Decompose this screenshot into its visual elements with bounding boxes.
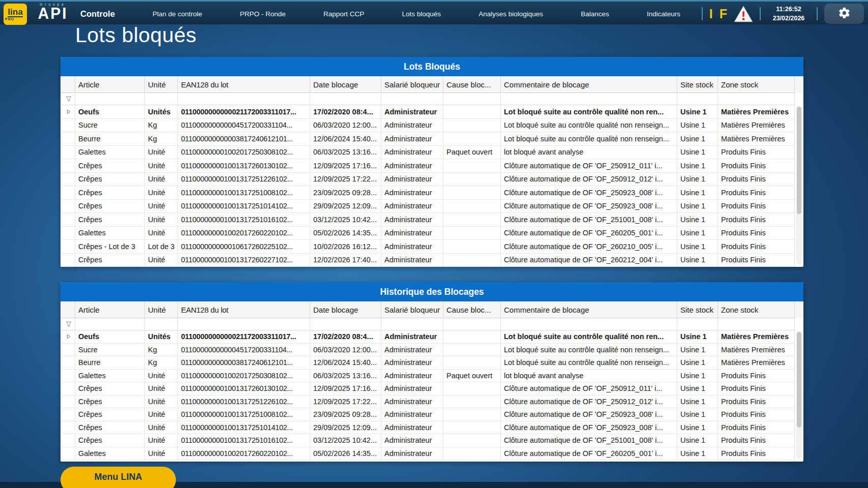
column-header-site[interactable]: Site stock	[677, 76, 718, 93]
warning-icon[interactable]	[734, 6, 753, 22]
cell-zone: Matières Premières	[718, 344, 795, 357]
table-row[interactable]: OeufsUnités0110000000000021172003311017.…	[61, 105, 803, 119]
table-filter-row	[61, 318, 803, 330]
cell-site: Usine 1	[677, 105, 718, 119]
column-header-cause[interactable]: Cause bloc...	[443, 301, 501, 318]
filter-cell-unite[interactable]	[145, 93, 178, 105]
cell-ean: 011000000001001317251226102...	[178, 395, 310, 409]
filter-cell-ean[interactable]	[178, 93, 310, 105]
column-header-zone[interactable]: Zone stock	[718, 76, 795, 93]
nav-item-plan-de-controle[interactable]: Plan de controle	[153, 10, 202, 18]
vertical-scrollbar[interactable]	[796, 331, 802, 459]
column-header-article[interactable]: Article	[75, 76, 145, 93]
nav-item-controle[interactable]: Controle	[80, 9, 115, 19]
menu-lina-button[interactable]: Menu LINA	[61, 467, 176, 488]
column-header-zone[interactable]: Zone stock	[718, 301, 795, 318]
cell-unite: Unité	[145, 382, 178, 395]
table-row[interactable]: CrêpesUnité011000000001001317251008102..…	[61, 408, 803, 421]
filter-cell-cause[interactable]	[443, 93, 501, 105]
cell-cause	[443, 173, 501, 187]
table-row[interactable]: Crêpes - Lot de 3Lot de 3011000000000010…	[61, 460, 803, 462]
table-row[interactable]: BeurreKg011000000000003817240612101...12…	[61, 356, 803, 370]
column-header-ean[interactable]: EAN128 du lot	[178, 301, 310, 318]
cell-cause: Paquet ouvert	[443, 146, 501, 160]
scrollbar-thumb[interactable]	[797, 332, 801, 428]
column-header-ean[interactable]: EAN128 du lot	[178, 76, 310, 93]
table-row[interactable]: Crêpes - Lot de 3Lot de 3011000000000010…	[61, 240, 803, 254]
filter-cell-site[interactable]	[677, 318, 718, 330]
nav-item-balances[interactable]: Balances	[581, 10, 609, 18]
column-header-cause[interactable]: Cause bloc...	[443, 76, 501, 93]
column-header-salarie[interactable]: Salarié bloqueur	[381, 301, 443, 318]
table-row[interactable]: GalettesUnité011000000001002017250308102…	[61, 146, 803, 160]
nav-item-analyses-biologiques[interactable]: Analyses biologiques	[478, 10, 543, 18]
column-header-article[interactable]: Article	[75, 301, 145, 318]
table-row[interactable]: CrêpesUnité011000000001001317251226102..…	[61, 173, 803, 187]
filter-cell-article[interactable]	[75, 93, 145, 105]
expander-icon[interactable]	[66, 109, 71, 114]
table-row[interactable]: GalettesUnité011000000001002017260220102…	[61, 447, 803, 461]
cell-date: 10/02/2026 16:12...	[310, 460, 381, 462]
column-header-commentaire[interactable]: Commentaire de blocage	[501, 76, 677, 93]
column-header-commentaire[interactable]: Commentaire de blocage	[501, 301, 677, 318]
filter-cell-unite[interactable]	[145, 318, 178, 330]
filter-cell-date[interactable]	[310, 318, 381, 330]
cell-salarie: Administrateur	[381, 447, 443, 461]
cell-cause	[443, 186, 501, 200]
expander-icon[interactable]	[66, 334, 71, 339]
column-header-date[interactable]: Date blocage	[310, 76, 381, 93]
table-row[interactable]: CrêpesUnité011000000001001317251016102..…	[61, 213, 803, 227]
nav-item-indicateurs[interactable]: Indicateurs	[647, 10, 680, 18]
table-row[interactable]: SucreKg011000000000004517200331104...06/…	[61, 344, 803, 357]
table-row[interactable]: SucreKg011000000000004517200331104...06/…	[61, 119, 803, 133]
filter-cell-cause[interactable]	[443, 318, 501, 330]
menu-lina-label: Menu LINA	[95, 472, 142, 482]
cell-article: Crêpes	[75, 421, 145, 435]
filter-cell-commentaire[interactable]	[501, 93, 677, 105]
groupe-api-logo: Groupe API	[33, 3, 73, 21]
table-row[interactable]: CrêpesUnité011000000001001317251008102..…	[61, 186, 803, 200]
table-row[interactable]: GalettesUnité011000000001002017250308102…	[61, 370, 803, 383]
filter-cell-ean[interactable]	[178, 318, 310, 330]
table-row[interactable]: CrêpesUnité011000000001001317251014102..…	[61, 200, 803, 214]
filter-cell-salarie[interactable]	[381, 93, 443, 105]
table-row[interactable]: CrêpesUnité011000000001001317260130102..…	[61, 382, 803, 395]
column-header-salarie[interactable]: Salarié bloqueur	[381, 76, 443, 93]
nav-item-rapport-ccp[interactable]: Rapport CCP	[323, 10, 364, 18]
table-row[interactable]: CrêpesUnité011000000001001317251014102..…	[61, 421, 803, 435]
cell-ean: 011000000000004517200331104...	[178, 119, 310, 133]
table-row[interactable]: CrêpesUnité011000000001001317251016102..…	[61, 434, 803, 447]
table-row[interactable]: CrêpesUnité011000000001001317251226102..…	[61, 395, 803, 409]
expander-cell[interactable]	[61, 105, 75, 119]
filter-cell-date[interactable]	[310, 93, 381, 105]
gear-icon	[838, 7, 851, 21]
vertical-scrollbar[interactable]	[796, 106, 802, 264]
nav-item-prpo-ronde[interactable]: PRPO - Ronde	[240, 10, 286, 18]
filter-cell-zone[interactable]	[718, 93, 795, 105]
settings-button[interactable]	[824, 4, 864, 24]
table-row[interactable]: OeufsUnités0110000000000021172003311017.…	[61, 330, 803, 344]
filter-cell-article[interactable]	[75, 318, 145, 330]
column-header-unite[interactable]: Unité	[145, 301, 178, 318]
expander-cell	[61, 421, 75, 435]
table-row[interactable]: GalettesUnité011000000001002017260220102…	[61, 227, 803, 240]
scrollbar-thumb[interactable]	[797, 107, 801, 214]
column-header-unite[interactable]: Unité	[145, 76, 178, 93]
filter-cell-commentaire[interactable]	[501, 318, 677, 330]
column-header-date[interactable]: Date blocage	[310, 301, 381, 318]
cell-unite: Lot de 3	[145, 460, 178, 462]
table-row[interactable]: CrêpesUnité011000000001001317260130102..…	[61, 159, 803, 173]
filter-cell-zone[interactable]	[718, 318, 795, 330]
expander-cell[interactable]	[61, 330, 75, 344]
table-row[interactable]: CrêpesUnité011000000001001317260227102..…	[61, 254, 803, 267]
column-header-site[interactable]: Site stock	[677, 301, 718, 318]
filter-cell-site[interactable]	[677, 93, 718, 105]
cell-article: Crêpes	[75, 254, 145, 267]
cell-commentaire: Lot bloqué suite au contrôle qualité non…	[501, 105, 677, 119]
cell-date: 03/12/2025 10:42...	[310, 434, 381, 447]
filter-cell-salarie[interactable]	[381, 318, 443, 330]
table-row[interactable]: BeurreKg011000000000003817240612101...12…	[61, 132, 803, 146]
cell-date: 12/09/2025 17:16...	[310, 382, 381, 395]
nav-item-lots-bloqu-s[interactable]: Lots bloqués	[402, 10, 441, 18]
table-body: OeufsUnités0110000000000021172003311017.…	[61, 330, 803, 462]
